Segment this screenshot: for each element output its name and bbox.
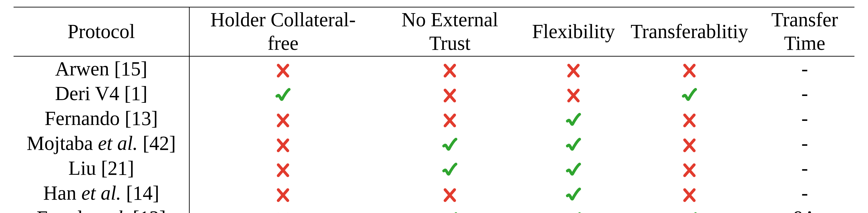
check-icon	[681, 212, 698, 213]
table-row: Liu [21] -	[13, 156, 855, 181]
trans-cell	[624, 56, 755, 81]
transfer-time-cell: -	[755, 81, 855, 106]
cross-icon	[681, 137, 698, 154]
protocol-cell: Deri V4 [1]	[13, 81, 189, 106]
cross-icon	[275, 162, 291, 178]
hcf-cell	[189, 56, 376, 81]
cross-icon	[565, 87, 582, 104]
trans-cell	[624, 106, 755, 131]
hcf-cell	[189, 131, 376, 156]
cross-icon	[681, 162, 698, 178]
cross-icon	[275, 112, 291, 129]
net-cell	[377, 81, 523, 106]
protocol-cell: Han et al. [14]	[13, 181, 189, 206]
cross-icon	[442, 187, 458, 203]
protocol-cell: Mojtaba et al. [42]	[13, 131, 189, 156]
protocol-ref: [1]	[124, 82, 148, 104]
trans-cell	[624, 206, 755, 213]
check-icon	[565, 187, 582, 203]
protocol-ref: [21]	[101, 157, 134, 179]
comparison-table: Protocol Holder Collateral-free No Exter…	[13, 7, 855, 213]
table-row: Deri V4 [1] -	[13, 81, 855, 106]
protocol-cell: Fernando [13]	[13, 106, 189, 131]
hcf-cell	[189, 106, 376, 131]
protocol-ref: [14]	[126, 182, 159, 204]
protocol-name: Engel	[37, 207, 88, 213]
protocol-post	[121, 182, 126, 204]
transfer-time-cell: 9Δ	[755, 206, 855, 213]
hcf-cell	[189, 181, 376, 206]
check-icon	[565, 112, 582, 129]
protocol-cell: Liu [21]	[13, 156, 189, 181]
protocol-ref: [42]	[143, 132, 176, 154]
flex-cell	[523, 56, 624, 81]
col-flex-header: Flexibility	[523, 7, 624, 56]
protocol-ref: [15]	[114, 58, 147, 80]
transfer-time-cell: -	[755, 56, 855, 81]
trans-cell	[624, 81, 755, 106]
transfer-time-cell: -	[755, 181, 855, 206]
table-header-row: Protocol Holder Collateral-free No Exter…	[13, 7, 855, 56]
protocol-post	[138, 132, 143, 154]
transfer-time-cell: -	[755, 156, 855, 181]
cross-icon	[681, 187, 698, 203]
cross-icon	[565, 62, 582, 79]
net-cell	[377, 106, 523, 131]
hcf-cell	[189, 156, 376, 181]
protocol-cell: Arwen [15]	[13, 56, 189, 81]
table-row: Arwen [15] -	[13, 56, 855, 81]
protocol-name: Liu	[68, 157, 101, 179]
check-icon	[442, 137, 458, 154]
col-trans-header: Transferablitiy	[624, 7, 755, 56]
net-cell	[377, 131, 523, 156]
cross-icon	[681, 112, 698, 129]
flex-cell	[523, 206, 624, 213]
protocol-name: Fernando	[44, 107, 125, 129]
check-icon	[565, 212, 582, 213]
protocol-name: Deri V4	[55, 82, 124, 104]
table-row: Engel et al. [12] 9Δ	[13, 206, 855, 213]
hcf-cell	[189, 206, 376, 213]
cross-icon	[442, 87, 458, 104]
net-cell	[377, 206, 523, 213]
protocol-name: Han	[43, 182, 81, 204]
protocol-name: Arwen	[55, 58, 114, 80]
net-cell	[377, 156, 523, 181]
flex-cell	[523, 156, 624, 181]
trans-cell	[624, 181, 755, 206]
check-icon	[565, 162, 582, 178]
check-icon	[442, 162, 458, 178]
protocol-ref: [13]	[125, 107, 158, 129]
protocol-ref: [12]	[133, 207, 166, 213]
protocol-name: Mojtaba	[27, 132, 98, 154]
flex-cell	[523, 181, 624, 206]
cross-icon	[275, 187, 291, 203]
net-cell	[377, 56, 523, 81]
table-row: Fernando [13] -	[13, 106, 855, 131]
col-hcf-header: Holder Collateral-free	[189, 7, 376, 56]
cross-icon	[442, 112, 458, 129]
check-icon	[565, 137, 582, 154]
protocol-etal: et al.	[88, 207, 128, 213]
check-icon	[681, 87, 698, 104]
col-time-header: Transfer Time	[755, 7, 855, 56]
check-icon	[275, 87, 291, 104]
transfer-time-cell: -	[755, 106, 855, 131]
cross-icon	[681, 62, 698, 79]
cross-icon	[442, 62, 458, 79]
flex-cell	[523, 106, 624, 131]
protocol-etal: et al.	[81, 182, 121, 204]
flex-cell	[523, 131, 624, 156]
table-row: Han et al. [14] -	[13, 181, 855, 206]
hcf-cell	[189, 81, 376, 106]
table-row: Mojtaba et al. [42] -	[13, 131, 855, 156]
trans-cell	[624, 156, 755, 181]
col-protocol-header: Protocol	[13, 7, 189, 56]
protocol-post	[128, 207, 133, 213]
protocol-etal: et al.	[98, 132, 138, 154]
check-icon	[442, 212, 458, 213]
trans-cell	[624, 131, 755, 156]
col-net-header: No External Trust	[377, 7, 523, 56]
protocol-cell: Engel et al. [12]	[13, 206, 189, 213]
flex-cell	[523, 81, 624, 106]
